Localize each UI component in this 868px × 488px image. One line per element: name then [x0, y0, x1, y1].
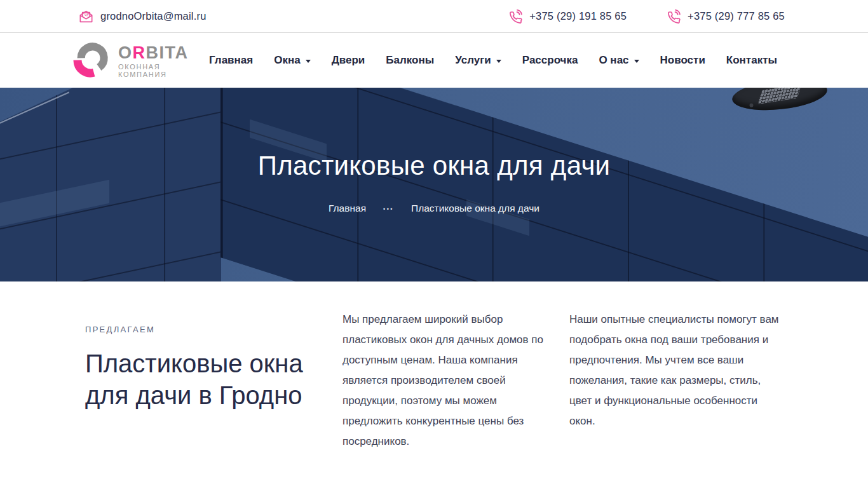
nav-item-uslugi[interactable]: Услуги — [455, 54, 501, 67]
section-heading: Пластиковые окна для дачи в Гродно — [85, 348, 327, 411]
logo[interactable]: ORBITA ОКОННАЯ КОМПАНИЯ — [72, 38, 209, 83]
nav-item-novosti[interactable]: Новости — [660, 54, 705, 67]
phone-icon — [666, 9, 681, 24]
breadcrumb-home-link[interactable]: Главная — [329, 203, 366, 214]
intro-paragraph: Мы предлагаем широкий выбор пластиковых … — [342, 309, 553, 452]
nav-item-rassrochka[interactable]: Рассрочка — [522, 54, 578, 67]
breadcrumb-current: Пластиковые окна для дачи — [411, 203, 539, 214]
intro-paragraph-column-1: Мы предлагаем широкий выбор пластиковых … — [342, 309, 553, 452]
page-title: Пластиковые окна для дачи — [258, 151, 611, 181]
nav-item-glavnaya[interactable]: Главная — [209, 54, 253, 67]
phone-link-1[interactable]: +375 (29) 191 85 65 — [508, 9, 627, 24]
nav-item-o-nas[interactable]: О нас — [599, 54, 639, 67]
email-label: grodnoOrbita@mail.ru — [100, 10, 207, 22]
intro-paragraph-column-2: Наши опытные специалисты помогут вам под… — [569, 309, 783, 452]
logo-text: ORBITA ОКОННАЯ КОМПАНИЯ — [118, 43, 209, 78]
phone-link-2[interactable]: +375 (29) 777 85 65 — [666, 9, 785, 24]
phone-number: +375 (29) 777 85 65 — [688, 10, 785, 22]
breadcrumb: Главная ••• Пластиковые окна для дачи — [329, 203, 539, 214]
site-header: ORBITA ОКОННАЯ КОМПАНИЯ Главная Окна Две… — [0, 33, 868, 88]
breadcrumb-separator-icon: ••• — [383, 205, 394, 212]
phone-icon — [508, 9, 523, 24]
nav-item-dveri[interactable]: Двери — [332, 54, 365, 67]
intro-left-column: ПРЕДЛАГАЕМ Пластиковые окна для дачи в Г… — [85, 309, 327, 452]
email-icon: @ — [78, 8, 94, 24]
intro-paragraph: Наши опытные специалисты помогут вам под… — [569, 309, 783, 431]
email-link[interactable]: @ grodnoOrbita@mail.ru — [78, 8, 207, 24]
intro-section: ПРЕДЛАГАЕМ Пластиковые окна для дачи в Г… — [0, 281, 868, 452]
section-kicker: ПРЕДЛАГАЕМ — [85, 325, 327, 334]
brand-name: ORBITA — [118, 43, 209, 62]
nav-item-kontakty[interactable]: Контакты — [726, 54, 777, 67]
hero-banner: Пластиковые окна для дачи Главная ••• Пл… — [0, 88, 868, 281]
nav-item-balkony[interactable]: Балконы — [386, 54, 434, 67]
nav-item-okna[interactable]: Окна — [274, 54, 310, 67]
chevron-down-icon — [496, 60, 501, 63]
main-nav: Главная Окна Двери Балконы Услуги Рассро… — [209, 54, 777, 67]
hero-content: Пластиковые окна для дачи Главная ••• Пл… — [0, 88, 868, 281]
phone-number: +375 (29) 191 85 65 — [529, 10, 627, 22]
brand-tagline: ОКОННАЯ КОМПАНИЯ — [118, 63, 209, 78]
svg-text:@: @ — [84, 11, 89, 17]
topbar: @ grodnoOrbita@mail.ru +375 (29) 191 85 … — [0, 0, 868, 33]
topbar-phones: +375 (29) 191 85 65 +375 (29) 777 85 65 — [508, 9, 785, 24]
chevron-down-icon — [634, 60, 639, 63]
chevron-down-icon — [306, 60, 311, 63]
logo-mark-icon — [72, 38, 111, 83]
